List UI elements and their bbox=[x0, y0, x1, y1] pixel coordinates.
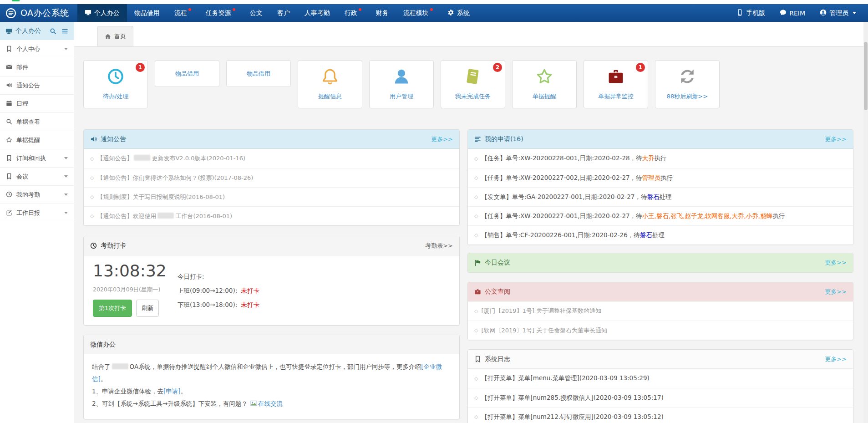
shortcut-card[interactable]: 单据提醒 bbox=[512, 60, 577, 108]
apply-item[interactable]: ◇ 【任务】单号:XW-20200228-001,日期:2020-02-28，待… bbox=[468, 149, 853, 168]
bell-icon bbox=[321, 68, 339, 86]
more-link[interactable]: 更多>> bbox=[825, 288, 847, 296]
shortcut-card[interactable]: 物品借用 bbox=[155, 60, 219, 87]
attendance-buttons: 第1次打卡 刷新 bbox=[93, 300, 171, 317]
more-link[interactable]: 更多>> bbox=[825, 135, 847, 143]
nav-item[interactable]: 财务 bbox=[369, 4, 396, 22]
nav-item[interactable]: 人事考勤 bbox=[297, 4, 337, 22]
wechat-body: 结合了OA系统，单据待办推送提醒到个人微信和企业微信上，也可快捷登录定位打卡，部… bbox=[84, 354, 459, 419]
panel-notice: 通知公告 更多>> ◇ 【通知公告】更新发布V2.0.0版本(2020-01-1… bbox=[83, 129, 460, 226]
panel-title: 今日会议 bbox=[485, 259, 510, 267]
log-item[interactable]: ◇ 【打开菜单】菜单[num212.钉钉微应用](2020-03-09 13:0… bbox=[468, 407, 853, 423]
clock-date: 2020年03月09日(星期一) bbox=[93, 286, 171, 294]
doc-item[interactable]: ◇ [厦门【2019】1号] 关于调整社保基数的通知 bbox=[468, 301, 853, 321]
log-item[interactable]: ◇ 【打开菜单】菜单[menu.菜单管理](2020-03-09 13:05:2… bbox=[468, 369, 853, 388]
shortcut-card[interactable]: 用户管理 bbox=[369, 60, 434, 108]
clock-time: 13:08:32 bbox=[93, 262, 171, 280]
log-item-text: 【打开菜单】菜单[menu.菜单管理](2020-03-09 13:05:29) bbox=[481, 374, 649, 382]
sidebar-item[interactable]: 我的考勤 bbox=[0, 186, 74, 204]
sidebar-item[interactable]: 单据查看 bbox=[0, 113, 74, 131]
diamond-bullet: ◇ bbox=[474, 376, 478, 382]
app-logo[interactable]: OA办公系统 bbox=[0, 4, 77, 22]
nav-right-item[interactable]: 手机版 bbox=[729, 4, 772, 22]
nav-item[interactable]: 个人办公 bbox=[77, 4, 127, 22]
log-item[interactable]: ◇ 【打开菜单】菜单[num285.授权微信人](2020-03-09 13:0… bbox=[468, 388, 853, 407]
panel-attendance: 考勤打卡 考勤表>> 13:08:32 2020年03月09日(星期一) 第1次… bbox=[83, 236, 460, 326]
refresh-button[interactable]: 刷新 bbox=[136, 300, 159, 317]
notice-item-text: 【规则制度】关于写日报制度说明(2016-08-01) bbox=[97, 193, 225, 201]
sidebar-item[interactable]: 订阅和回执 bbox=[0, 149, 74, 168]
sidebar-item[interactable]: 邮件 bbox=[0, 58, 74, 76]
logs-list: ◇ 【打开菜单】菜单[menu.菜单管理](2020-03-09 13:05:2… bbox=[468, 369, 853, 423]
shortcut-card[interactable]: 2 我未完成任务 bbox=[441, 60, 505, 108]
punch-row-label: 下班(13:00→18:00): bbox=[178, 301, 237, 308]
attendance-sheet-link[interactable]: 考勤表>> bbox=[425, 242, 453, 250]
notice-item[interactable]: ◇ 【通知公告】你们觉得这个系统如何？(投票)(2017-08-26) bbox=[84, 168, 459, 187]
shortcut-card[interactable]: 1 单据异常监控 bbox=[584, 60, 648, 108]
more-link[interactable]: 更多>> bbox=[825, 355, 847, 363]
nav-item[interactable]: 物品借用 bbox=[127, 4, 167, 22]
bookmark-icon bbox=[474, 356, 481, 362]
nav-right-item[interactable]: REIM bbox=[772, 4, 812, 22]
speaker-icon bbox=[6, 82, 16, 89]
sidebar-item[interactable]: 单据提醒 bbox=[0, 131, 74, 149]
apply-item-text: 【任务】单号:XW-20200228-001,日期:2020-02-28，待大乔… bbox=[481, 154, 666, 163]
badge-count: 2 bbox=[493, 63, 502, 72]
nav-item[interactable]: 客户 bbox=[270, 4, 297, 22]
wechat-line: 结合了OA系统，单据待办推送提醒到个人微信和企业微信上，也可快捷登录定位打卡，部… bbox=[92, 361, 451, 385]
scrollbar-thumb[interactable] bbox=[864, 42, 868, 110]
doc-item[interactable]: ◇ [软网〔2019〕1号] 关于任命磐石为董事长通知 bbox=[468, 321, 853, 340]
caret-down-icon bbox=[64, 48, 68, 50]
sidebar-item[interactable]: 通知公告 bbox=[0, 76, 74, 95]
sidebar-item[interactable]: 个人中心 bbox=[0, 40, 74, 58]
log-item-text: 【打开菜单】菜单[num212.钉钉微应用](2020-03-09 13:05:… bbox=[481, 413, 663, 421]
sidebar-item[interactable]: 会议 bbox=[0, 168, 74, 186]
sidebar-item[interactable]: 日程 bbox=[0, 95, 74, 113]
logo-icon bbox=[5, 8, 16, 19]
nav-right-item[interactable]: 管理员 bbox=[812, 4, 863, 22]
shortcut-card[interactable]: 提醒信息 bbox=[298, 60, 362, 108]
sidebar-item-label: 邮件 bbox=[16, 63, 28, 71]
sidebar-item-label: 我的考勤 bbox=[16, 191, 40, 199]
tab-home[interactable]: 首页 bbox=[97, 26, 133, 46]
more-link[interactable]: 更多>> bbox=[825, 259, 847, 267]
panel-today-meeting: 今日会议 更多>> bbox=[467, 253, 853, 273]
nav-item[interactable]: 系统 bbox=[440, 4, 477, 22]
panel-apply-header: 我的申请(16) 更多>> bbox=[468, 130, 853, 149]
nav-item[interactable]: 行政 bbox=[337, 4, 369, 22]
apply-item-text: 【销售】单号:CF-20200226-001,日期:2020-02-26，待磐石… bbox=[481, 231, 664, 240]
shortcut-card[interactable]: 物品借用 bbox=[226, 60, 291, 87]
nav-item[interactable]: 任务资源 bbox=[198, 4, 243, 22]
apply-item[interactable]: ◇ 【销售】单号:CF-20200226-001,日期:2020-02-26，待… bbox=[468, 225, 853, 245]
notice-item[interactable]: ◇ 【规则制度】关于写日报制度说明(2016-08-01) bbox=[84, 187, 459, 206]
navbar-right: 手机版 REIM 管理员 bbox=[729, 4, 868, 22]
sidebar-item[interactable]: 工作日报 bbox=[0, 204, 74, 222]
flag-icon bbox=[474, 260, 481, 266]
nav-item[interactable]: 流程 bbox=[167, 4, 198, 22]
panel-attendance-header: 考勤打卡 考勤表>> bbox=[84, 236, 459, 255]
briefcase-icon bbox=[474, 288, 481, 295]
apply-item[interactable]: ◇ 【任务】单号:XW-20200227-002,日期:2020-02-27，待… bbox=[468, 168, 853, 187]
card-label: 待办/处理 bbox=[103, 92, 128, 101]
search-icon[interactable] bbox=[50, 28, 56, 35]
apply-item-text: 【发文单】单号:GA-20200227-001,日期:2020-02-27，待磐… bbox=[481, 193, 671, 201]
tab-bar: 首页 bbox=[74, 22, 868, 47]
menu-toggle-icon[interactable] bbox=[61, 28, 68, 35]
sidebar-item-label: 订阅和回执 bbox=[16, 154, 46, 163]
nav-item[interactable]: 流程模块 bbox=[396, 4, 440, 22]
notice-item[interactable]: ◇ 【通知公告】更新发布V2.0.0版本(2020-01-16) bbox=[84, 149, 459, 168]
loading-bar bbox=[12, 0, 20, 1]
apply-item[interactable]: ◇ 【发文单】单号:GA-20200227-001,日期:2020-02-27，… bbox=[468, 187, 853, 206]
shortcut-card[interactable]: 88秒后刷新>> bbox=[655, 60, 720, 108]
sidebar-header: 个人办公 bbox=[0, 22, 74, 40]
apply-item[interactable]: ◇ 【任务】单号:XW-20200227-001,日期:2020-02-27，待… bbox=[468, 206, 853, 225]
more-link[interactable]: 更多>> bbox=[431, 135, 453, 143]
panel-title: 公文查阅 bbox=[485, 288, 510, 296]
apply-list: ◇ 【任务】单号:XW-20200228-001,日期:2020-02-28，待… bbox=[468, 149, 853, 245]
badge-count: 1 bbox=[636, 63, 645, 72]
nav-item[interactable]: 公文 bbox=[243, 4, 270, 22]
panel-logs-header: 系统日志 更多>> bbox=[468, 350, 853, 369]
notice-item[interactable]: ◇ 【通知公告】欢迎使用工作台(2016-08-01) bbox=[84, 206, 459, 225]
shortcut-card[interactable]: 1 待办/处理 bbox=[83, 60, 148, 108]
punch-button[interactable]: 第1次打卡 bbox=[93, 300, 132, 317]
